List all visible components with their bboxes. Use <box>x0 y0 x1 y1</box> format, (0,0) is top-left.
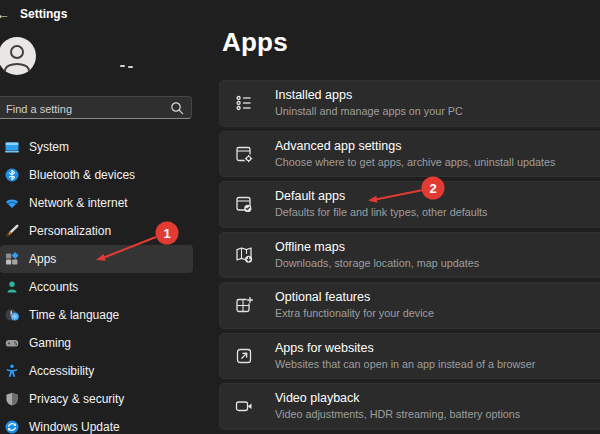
sidebar-item-gaming[interactable]: Gaming <box>0 329 196 357</box>
sidebar-item-bluetooth-devices[interactable]: Bluetooth & devices <box>0 161 196 189</box>
default-apps-icon <box>233 193 255 215</box>
optional-features-icon <box>233 294 255 316</box>
sidebar-item-time-language[interactable]: Time & language <box>0 301 196 329</box>
card-title: Installed apps <box>275 88 463 103</box>
window-title: Settings <box>20 7 67 21</box>
offline-maps-icon <box>233 244 255 266</box>
card-subtitle: Choose where to get apps, archive apps, … <box>275 155 555 169</box>
redacted-username-mark <box>128 66 133 68</box>
time-language-icon <box>5 308 19 322</box>
installed-apps-icon <box>233 92 255 114</box>
sidebar-item-personalization[interactable]: Personalization <box>0 217 196 245</box>
system-icon <box>5 140 19 154</box>
card-subtitle: Video adjustments, HDR streaming, batter… <box>275 407 520 421</box>
person-icon <box>0 37 36 75</box>
apps-for-websites-icon <box>233 345 255 367</box>
sidebar-item-windows-update[interactable]: Windows Update <box>0 413 196 434</box>
sidebar-item-label: Personalization <box>29 224 111 238</box>
card-title: Optional features <box>275 290 434 305</box>
sidebar-item-privacy-security[interactable]: Privacy & security <box>0 385 196 413</box>
card-subtitle: Downloads, storage location, map updates <box>275 256 479 270</box>
bluetooth-icon <box>5 168 19 182</box>
card-title: Video playback <box>275 391 520 406</box>
card-title: Default apps <box>275 189 487 204</box>
accessibility-icon <box>5 364 19 378</box>
search-input[interactable] <box>4 97 158 120</box>
sidebar-item-accounts[interactable]: Accounts <box>0 273 196 301</box>
sidebar-item-accessibility[interactable]: Accessibility <box>0 357 196 385</box>
search-box[interactable] <box>0 96 192 119</box>
sidebar-item-label: Windows Update <box>29 420 120 434</box>
sidebar-item-label: Time & language <box>29 308 119 322</box>
search-icon <box>170 101 184 115</box>
sidebar-nav: System Bluetooth & devices Network & int… <box>0 133 196 434</box>
accounts-icon <box>5 280 19 294</box>
sidebar-item-label: Privacy & security <box>29 392 124 406</box>
sidebar-item-network-internet[interactable]: Network & internet <box>0 189 196 217</box>
apps-icon <box>5 252 19 266</box>
card-video-playback[interactable]: Video playback Video adjustments, HDR st… <box>219 383 600 430</box>
back-icon[interactable]: ← <box>0 5 13 23</box>
video-playback-icon <box>233 395 255 417</box>
sidebar-item-label: Apps <box>29 252 56 266</box>
sidebar-item-label: Network & internet <box>29 196 128 210</box>
sidebar-item-label: Accounts <box>29 280 78 294</box>
sidebar-item-system[interactable]: System <box>0 133 196 161</box>
settings-card-list: Installed apps Uninstall and manage apps… <box>219 80 600 434</box>
windows-update-icon <box>5 420 19 434</box>
avatar[interactable] <box>0 37 36 75</box>
sidebar-item-label: Bluetooth & devices <box>29 168 135 182</box>
card-title: Apps for websites <box>275 341 535 356</box>
card-subtitle: Uninstall and manage apps on your PC <box>275 104 463 118</box>
settings-window: ← Settings System Bluetooth & devices Ne… <box>0 0 600 434</box>
card-optional-features[interactable]: Optional features Extra functionality fo… <box>219 282 600 329</box>
personalization-icon <box>5 224 19 238</box>
card-title: Advanced app settings <box>275 139 555 154</box>
sidebar-item-label: System <box>29 140 69 154</box>
advanced-app-settings-icon <box>233 143 255 165</box>
redacted-username-mark <box>120 65 125 67</box>
page-title: Apps <box>222 27 288 58</box>
card-advanced-app-settings[interactable]: Advanced app settings Choose where to ge… <box>219 131 600 178</box>
card-title: Offline maps <box>275 240 479 255</box>
titlebar: ← Settings <box>0 0 600 28</box>
card-installed-apps[interactable]: Installed apps Uninstall and manage apps… <box>219 80 600 127</box>
card-subtitle: Defaults for file and link types, other … <box>275 205 487 219</box>
card-default-apps[interactable]: Default apps Defaults for file and link … <box>219 181 600 228</box>
sidebar-item-label: Gaming <box>29 336 71 350</box>
network-icon <box>5 196 19 210</box>
card-apps-for-websites[interactable]: Apps for websites Websites that can open… <box>219 333 600 380</box>
privacy-icon <box>5 392 19 406</box>
sidebar-item-apps[interactable]: Apps <box>0 245 193 273</box>
card-subtitle: Extra functionality for your device <box>275 306 434 320</box>
gaming-icon <box>5 336 19 350</box>
card-subtitle: Websites that can open in an app instead… <box>275 357 535 371</box>
card-offline-maps[interactable]: Offline maps Downloads, storage location… <box>219 232 600 279</box>
sidebar-item-label: Accessibility <box>29 364 94 378</box>
